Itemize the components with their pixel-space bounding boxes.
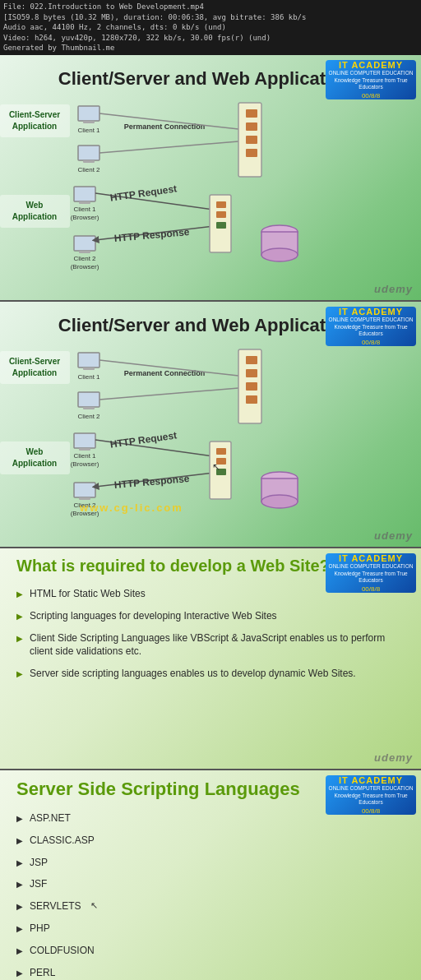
svg-text:Client 1: Client 1 [77,373,100,381]
slide4-bullet-php: ▶ PHP [16,922,405,936]
file-line5: Generated by Thumbnail.me [3,43,418,53]
svg-text:Web: Web [26,447,44,456]
svg-rect-60 [79,448,90,451]
bullet-arrow-s5: ▶ [16,901,23,913]
udemy-mark-3: udemy [374,751,413,764]
badge-sub-4: ONLINE COMPUTER EDUCATIONKnowledge Treas… [328,785,414,806]
svg-rect-33 [216,201,226,208]
udemy-mark-1: udemy [374,283,413,295]
svg-rect-20 [74,187,95,201]
svg-rect-9 [78,146,99,160]
bullet-arrow-s7: ▶ [16,945,23,957]
slide3-bullet-text-3: Client Side Scripting Languages like VBS… [30,631,405,659]
svg-rect-10 [83,160,95,163]
svg-rect-39 [0,351,70,384]
svg-text:Client 2: Client 2 [77,166,100,173]
slide4-bullet-text-jsf: JSF [30,877,47,891]
svg-rect-57 [246,382,257,391]
file-line3: Audio aac, 44100 Hz, 2 channels, dts: 0 … [3,22,418,33]
badge-sub-2: ONLINE COMPUTER EDUCATIONKnowledge Treas… [328,317,414,337]
svg-rect-0 [0,104,70,137]
slide4-bullet-text-aspnet: ASP.NET [30,811,71,825]
bullet-arrow-1: ▶ [16,589,23,600]
slide4-bullet-jsf: ▶ JSF [16,877,405,891]
svg-rect-49 [83,407,95,409]
slide4-bullet-text-coldfusion: COLDFUSION [30,944,95,958]
svg-text:(Browser): (Browser) [71,263,99,270]
slide3-bullet-text-1: HTML for Static Web Sites [30,587,146,601]
svg-rect-25 [79,251,90,253]
slide1-diagram: Client-Server Application Web Applicatio… [0,88,329,277]
svg-line-53 [99,388,238,400]
svg-rect-19 [246,149,257,157]
svg-rect-6 [78,106,99,121]
udemy-mark-2: udemy [374,529,413,542]
svg-rect-16 [246,109,257,118]
slide2-diagram: Client-Server Application Web Applicatio… [0,335,329,524]
svg-rect-3 [0,195,70,228]
svg-text:Web: Web [26,201,44,210]
slide2: IT ACADEMY ONLINE COMPUTER EDUCATIONKnow… [0,302,421,548]
slide3-bullet-list: ▶ HTML for Static Web Sites ▶ Scripting … [16,587,405,681]
cursor-icon: ↖ [90,899,98,912]
file-line4: Video: h264, yuv420p, 1280x720, 322 kb/s… [3,33,418,44]
slide4-bullet-text-classicasp: CLASSIC.ASP [30,834,95,848]
svg-text:HTTP Response: HTTP Response [113,473,190,491]
it-academy-badge-4: IT ACADEMY ONLINE COMPUTER EDUCATIONKnow… [326,775,416,815]
svg-text:HTTP Request: HTTP Request [109,429,178,450]
svg-text:www.cg-lic.com: www.cg-lic.com [79,502,183,514]
badge-num-2: 00/8/8 [362,339,380,346]
svg-text:Client 1: Client 1 [77,127,100,134]
svg-text:Client 1: Client 1 [73,206,96,213]
it-academy-badge-3: IT ACADEMY ONLINE COMPUTER EDUCATIONKnow… [326,553,416,593]
slide4-bullet-jsp: ▶ JSP [16,856,405,870]
svg-text:Client-Server: Client-Server [9,110,60,119]
svg-rect-63 [74,483,95,497]
svg-rect-17 [246,122,257,131]
svg-rect-55 [246,356,257,364]
badge-num-4: 00/8/8 [362,807,380,815]
svg-rect-56 [246,369,257,377]
bullet-arrow-4: ▶ [16,668,23,680]
svg-text:Client 1: Client 1 [73,452,96,460]
svg-text:HTTP Request: HTTP Request [109,183,178,203]
badge-title-3: IT ACADEMY [339,553,403,563]
svg-point-38 [261,248,298,261]
svg-text:Application: Application [12,368,57,377]
it-academy-badge-1: IT ACADEMY ONLINE COMPUTER EDUCATIONKnow… [326,60,416,99]
slide4-bullet-text-php: PHP [30,922,50,936]
svg-rect-24 [74,236,95,251]
svg-text:Client 2: Client 2 [73,255,96,262]
svg-text:(Browser): (Browser) [71,214,99,221]
svg-rect-58 [246,395,257,404]
svg-text:Application: Application [12,212,57,221]
svg-text:Client 2: Client 2 [77,413,100,420]
svg-text:Application: Application [12,459,57,468]
svg-rect-46 [83,368,95,370]
badge-sub-3: ONLINE COMPUTER EDUCATIONKnowledge Treas… [328,563,414,584]
bullet-arrow-s8: ▶ [16,968,23,979]
slide4-bullet-servlets: ▶ SERVLETS ↖ [16,899,405,913]
badge-num-3: 00/8/8 [362,585,380,593]
svg-text:HTTP Response: HTTP Response [113,226,190,244]
svg-rect-21 [79,201,90,204]
slide4-bullet-text-servlets: SERVLETS [30,899,81,913]
svg-rect-64 [79,497,90,500]
slide3: IT ACADEMY ONLINE COMPUTER EDUCATIONKnow… [0,548,421,770]
file-line1: File: 022.Introduction to Web Developmen… [3,2,418,12]
svg-rect-42 [0,441,70,474]
slide4: IT ACADEMY ONLINE COMPUTER EDUCATIONKnow… [0,770,421,980]
slide3-bullet-text-2: Scripting languages for developing Inter… [30,609,277,623]
slide3-bullet-text-4: Server side scripting languages enables … [30,667,356,681]
bullet-arrow-3: ▶ [16,633,23,645]
svg-rect-7 [83,121,95,123]
slide3-bullet-4: ▶ Server side scripting languages enable… [16,667,405,681]
badge-title-1: IT ACADEMY [339,60,403,70]
file-line2: [ISO59.8 bytes (10.32 MB), duration: 00:… [3,12,418,23]
badge-title-4: IT ACADEMY [339,775,403,785]
svg-line-14 [99,141,238,153]
svg-text:(Browser): (Browser) [71,460,99,468]
slide3-bullet-2: ▶ Scripting languages for developing Int… [16,609,405,623]
svg-rect-48 [78,392,99,407]
file-info-bar: File: 022.Introduction to Web Developmen… [0,0,421,55]
